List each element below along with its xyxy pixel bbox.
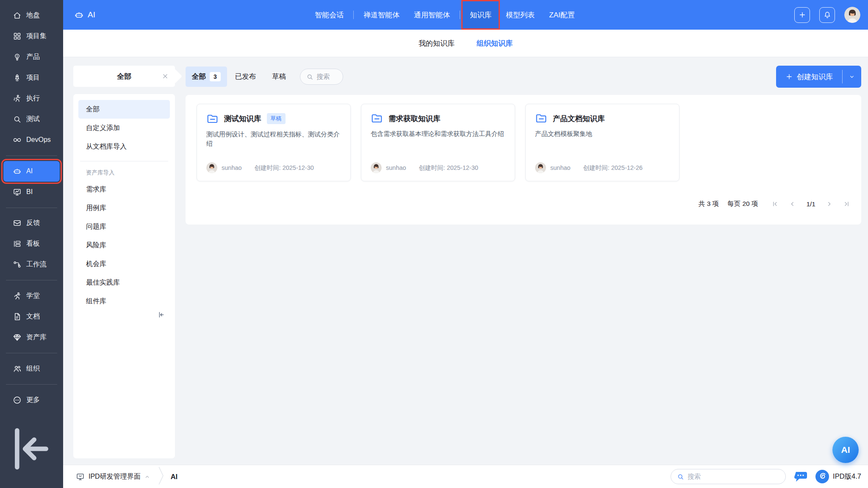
sidebar-item-qa[interactable]: 测试 [3, 109, 60, 130]
category-item-opportunity-lib[interactable]: 机会库 [78, 255, 170, 273]
topnav-item-zai-config[interactable]: ZAI配置 [542, 0, 582, 30]
app-label-text: AI [88, 10, 95, 19]
category-item-risk-lib[interactable]: 风险库 [78, 236, 170, 255]
sidebar-item-label: 产品 [26, 53, 40, 61]
current-module-label: AI [171, 473, 178, 481]
tab-my-knowledge-base[interactable]: 我的知识库 [419, 39, 455, 48]
sidebar-item-school[interactable]: 学堂 [3, 286, 60, 306]
category-item-import-from-doc[interactable]: 从文档库导入 [78, 137, 170, 156]
sidebar-item-label: 测试 [26, 115, 40, 124]
category-filter-label: 全部 [117, 72, 131, 81]
chat-bubble-icon[interactable] [793, 470, 808, 483]
sidebar-collapse-button[interactable] [0, 410, 63, 488]
sidebar-item-kanban[interactable]: 看板 [3, 233, 60, 254]
sidebar-item-bi[interactable]: BI [3, 182, 60, 202]
home-icon [13, 11, 22, 20]
knowledge-base-card[interactable]: 测试知识库 草稿 测试用例设计、测试过程相关指标、测试分类介绍 sunhao 创… [197, 104, 351, 181]
sidebar-item-assets[interactable]: 资产库 [3, 327, 60, 348]
category-item-issue-lib[interactable]: 问题库 [78, 217, 170, 236]
user-avatar[interactable] [844, 7, 860, 23]
global-search-box[interactable] [671, 469, 786, 484]
global-search-input[interactable] [688, 473, 768, 480]
sidebar-item-program[interactable]: 项目集 [3, 26, 60, 47]
sidebar-item-label: BI [26, 188, 33, 196]
sidebar-item-doc[interactable]: 文档 [3, 306, 60, 327]
document-icon [13, 312, 22, 321]
knowledge-base-card[interactable]: 需求获取知识库 包含需求获取基本理论和需求获取方法工具介绍 sunhao 创建时… [361, 104, 515, 181]
sidebar-item-ai[interactable]: AI [3, 161, 60, 182]
category-filter-tag[interactable]: 全部 [73, 66, 175, 87]
sidebar-item-product[interactable]: 产品 [3, 47, 60, 67]
prev-page-icon[interactable] [789, 200, 796, 208]
app-switcher[interactable]: IPD研发管理界面 [76, 472, 150, 481]
plus-icon [798, 11, 807, 19]
primary-sidebar: 地盘 项目集 产品 项目 执行 测试 DevOps AI [0, 0, 63, 488]
sidebar-item-workflow[interactable]: 工作流 [3, 254, 60, 275]
list-search-box[interactable] [300, 69, 343, 85]
owner-name: sunhao [222, 164, 242, 171]
category-item-requirement-lib[interactable]: 需求库 [78, 180, 170, 199]
add-button[interactable] [794, 7, 810, 23]
category-item-custom-add[interactable]: 自定义添加 [78, 119, 170, 137]
sidebar-item-devops[interactable]: DevOps [3, 130, 60, 150]
category-item-usecase-lib[interactable]: 用例库 [78, 199, 170, 217]
topnav-divider [460, 11, 460, 19]
card-footer: sunhao 创建时间: 2025-12-26 [535, 162, 670, 173]
sidebar-divider [6, 384, 57, 385]
pagination-total: 共 3 项 [699, 200, 719, 208]
sidebar-item-label: 组织 [26, 364, 40, 373]
knowledge-base-card[interactable]: 产品文档知识库 产品文档模板聚集地 sunhao 创建时间: 2025-12-2… [525, 104, 679, 181]
filter-tab-published[interactable]: 已发布 [227, 67, 264, 87]
sidebar-item-more[interactable]: 更多 [3, 390, 60, 410]
filter-tab-draft[interactable]: 草稿 [264, 67, 294, 87]
sidebar-item-label: 项目集 [26, 32, 47, 41]
close-icon[interactable] [161, 72, 169, 80]
category-item-best-practice-lib[interactable]: 最佳实践库 [78, 273, 170, 292]
filter-tab-all[interactable]: 全部 3 [186, 67, 227, 87]
draft-status-badge: 草稿 [267, 113, 286, 124]
owner-avatar [371, 162, 382, 173]
create-knowledge-base-main[interactable]: 创建知识库 [776, 66, 842, 88]
first-page-icon[interactable] [771, 200, 779, 208]
pagination-per-page[interactable]: 每页 20 项 [727, 200, 758, 208]
sidebar-item-project[interactable]: 项目 [3, 67, 60, 88]
owner-avatar [535, 162, 546, 173]
create-knowledge-base-button[interactable]: 创建知识库 [776, 66, 861, 88]
more-ellipsis-icon [13, 396, 22, 405]
topnav-item-smart-chat[interactable]: 智能会话 [308, 0, 351, 30]
panel-collapse-icon[interactable] [157, 311, 166, 319]
tab-org-knowledge-base[interactable]: 组织知识库 [477, 39, 513, 48]
sidebar-item-execution[interactable]: 执行 [3, 88, 60, 109]
sidebar-item-feedback[interactable]: 反馈 [3, 213, 60, 234]
product-bulb-icon [13, 53, 22, 61]
floating-ai-assistant-button[interactable]: AI [832, 437, 859, 463]
card-created-time: 创建时间: 2025-12-30 [419, 164, 478, 172]
bi-chart-icon [13, 188, 22, 197]
topnav-item-zentao-agents[interactable]: 禅道智能体 [356, 0, 407, 30]
list-search-input[interactable] [316, 73, 337, 80]
feedback-mail-icon [13, 219, 22, 227]
topnav-item-knowledge-base[interactable]: 知识库 [463, 1, 499, 28]
sidebar-item-org[interactable]: 组织 [3, 358, 60, 379]
owner-name: sunhao [550, 164, 571, 171]
sidebar-item-home[interactable]: 地盘 [3, 5, 60, 26]
program-grid-icon [13, 32, 22, 41]
last-page-icon[interactable] [843, 200, 850, 208]
sidebar-item-label: 项目 [26, 73, 40, 82]
category-item-all[interactable]: 全部 [78, 100, 170, 119]
next-page-icon[interactable] [826, 200, 833, 208]
notifications-button[interactable] [819, 7, 835, 23]
top-bar: AI 智能会话 禅道智能体 通用智能体 知识库 模型列表 ZAI配置 [63, 0, 868, 30]
sidebar-item-label: 反馈 [26, 219, 40, 227]
topnav-item-general-agents[interactable]: 通用智能体 [407, 0, 457, 30]
chevron-up-icon [144, 474, 150, 480]
execution-runner-icon [13, 94, 22, 103]
filter-tab-all-count: 3 [210, 72, 221, 81]
search-icon [306, 73, 313, 80]
card-description: 产品文档模板聚集地 [535, 129, 670, 139]
card-header: 产品文档知识库 [535, 113, 670, 124]
category-item-component-lib[interactable]: 组件库 [78, 292, 170, 311]
create-dropdown-toggle[interactable] [843, 66, 861, 88]
topnav-item-model-list[interactable]: 模型列表 [499, 0, 542, 30]
card-footer: sunhao 创建时间: 2025-12-30 [206, 162, 341, 173]
